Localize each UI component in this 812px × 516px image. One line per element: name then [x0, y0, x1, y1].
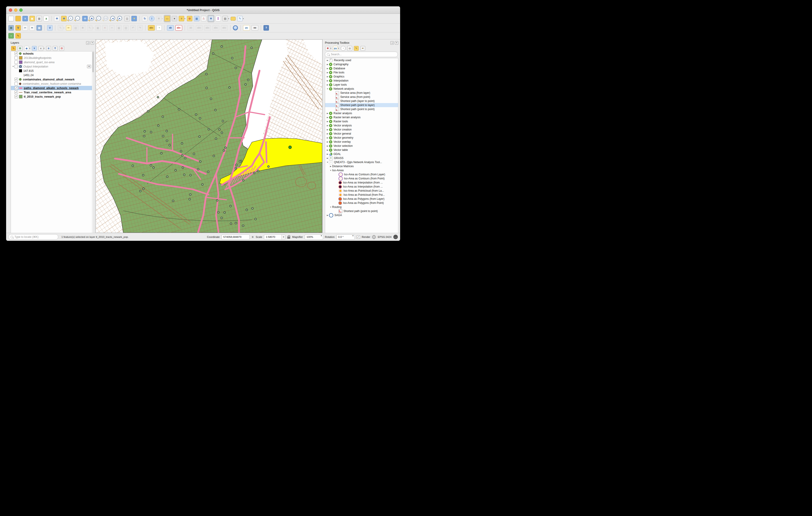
- layer-visibility-checkbox[interactable]: [14, 60, 18, 64]
- tree-expander-icon[interactable]: ▶: [326, 67, 329, 69]
- zoom-next-button[interactable]: ▶: [117, 15, 123, 22]
- processing-tree-item[interactable]: Iso-Area as Contours (from Layer): [325, 172, 398, 177]
- processing-tree-item[interactable]: Iso-Area as Pointcloud (from La...: [325, 189, 398, 193]
- rotation-spin-arrows[interactable]: ▲▼: [352, 235, 354, 237]
- processing-panel-close-button[interactable]: ✕: [395, 41, 398, 44]
- expand-all-button[interactable]: ⇊: [46, 45, 52, 52]
- move-label-diagram-button[interactable]: abc: [204, 25, 211, 31]
- add-group-button[interactable]: ⊞: [17, 45, 23, 52]
- processing-tree-item[interactable]: ▼Iso-Areas: [325, 168, 398, 172]
- processing-tree-item[interactable]: ▶Graphics: [325, 74, 398, 79]
- tree-expander-icon[interactable]: ▼: [329, 170, 332, 172]
- add-virtual-layer-button[interactable]: ▦: [36, 25, 42, 31]
- deselect-features-button[interactable]: ⊘: [186, 15, 193, 22]
- text-annotation-button[interactable]: ✎▾: [237, 15, 244, 22]
- crs-globe-icon[interactable]: [372, 235, 376, 239]
- run-feature-action-dropdown-icon[interactable]: ▾: [162, 18, 163, 20]
- vertex-tool-dropdown-icon[interactable]: ▾: [93, 27, 93, 29]
- tree-expander-icon[interactable]: ▶: [326, 80, 329, 82]
- layer-item[interactable]: ▼Output Interpolation▦: [11, 64, 94, 69]
- paste-features-button[interactable]: ▤: [123, 25, 129, 31]
- manage-map-themes-dropdown-icon[interactable]: ▾: [29, 47, 30, 50]
- new-spatial-bookmark-button[interactable]: ▼: [131, 15, 137, 22]
- layer-labeling-options-button[interactable]: abc: [147, 25, 155, 31]
- python-scripts-button[interactable]: py▾: [332, 45, 339, 52]
- tree-expander-icon[interactable]: ▶: [326, 214, 329, 216]
- tree-expander-icon[interactable]: ▶: [326, 59, 329, 61]
- python-scripts-dropdown-icon[interactable]: ▾: [338, 47, 339, 50]
- processing-tree-item[interactable]: ▶Distance Matrices: [325, 164, 398, 168]
- tree-expander-icon[interactable]: ▶: [326, 157, 329, 159]
- layer-visibility-checkbox[interactable]: [14, 82, 18, 85]
- processing-tree-item[interactable]: Shortest path (layer to point): [325, 99, 398, 103]
- zoom-last-button[interactable]: ◀: [110, 15, 116, 22]
- zoom-to-selection-button[interactable]: ▣: [89, 15, 95, 22]
- zoom-out-button[interactable]: −: [75, 15, 81, 22]
- processing-tree-item[interactable]: ▶Raster analysis: [325, 111, 398, 115]
- processing-tree-item[interactable]: ▶Vector general: [325, 131, 398, 136]
- new-project-button[interactable]: [8, 15, 14, 22]
- processing-tree-item[interactable]: ▶Raster tools: [325, 119, 398, 123]
- refresh-map-button[interactable]: ↻: [142, 15, 148, 22]
- processing-tree-item[interactable]: ▶Vector geometry: [325, 136, 398, 140]
- show-layout-manager-button[interactable]: ▦: [36, 15, 42, 22]
- modify-attributes-button[interactable]: ▣: [95, 25, 101, 31]
- tree-expander-icon[interactable]: ▶: [326, 133, 329, 135]
- processing-tree-item[interactable]: ▼Routing: [325, 205, 398, 209]
- current-edits-dropdown-icon[interactable]: ▾: [63, 27, 64, 29]
- processing-tree-item[interactable]: Iso-Area as Polygons (from Point): [325, 201, 398, 205]
- select-by-form-button[interactable]: ≡▾: [178, 15, 186, 22]
- processing-tree-item[interactable]: Service area (from point): [325, 95, 398, 99]
- tree-expander-icon[interactable]: ▶: [326, 129, 329, 131]
- redo-button[interactable]: ↷: [137, 25, 143, 31]
- tree-expander-icon[interactable]: ▶: [329, 165, 332, 168]
- tree-expander-icon[interactable]: ▶: [326, 84, 329, 86]
- layer-item[interactable]: contaminates_essex_hudson-union contamin…: [11, 82, 94, 86]
- processing-tree-item[interactable]: Iso-Area as Interpolation (from ...: [325, 185, 398, 189]
- select-features-dropdown-button[interactable]: ▾: [171, 15, 178, 22]
- history-button[interactable]: ◔: [340, 45, 346, 52]
- layer-visibility-checkbox[interactable]: [14, 65, 18, 68]
- processing-toolbox-toggle-button[interactable]: ✱: [207, 15, 214, 22]
- vertex-tool-button[interactable]: ✎▾: [87, 25, 94, 31]
- processing-tree-item[interactable]: ▶Vector selection: [325, 144, 398, 148]
- processing-tree-item[interactable]: ▶Vector creation: [325, 127, 398, 131]
- save-project-button[interactable]: ≡: [22, 15, 28, 22]
- zoom-full-button[interactable]: ✣: [82, 15, 88, 22]
- filter-legend-button[interactable]: ▼: [31, 45, 37, 52]
- tree-expander-icon[interactable]: ▶: [326, 112, 329, 114]
- layer-visibility-checkbox[interactable]: [14, 56, 18, 60]
- manage-map-themes-button[interactable]: ◉▾: [24, 45, 31, 52]
- processing-tree-item[interactable]: Iso-Area as Polygons (from Layer): [325, 197, 398, 201]
- processing-tree-item[interactable]: Service area (from layer): [325, 91, 398, 95]
- results-viewer-button[interactable]: ▤: [347, 45, 352, 52]
- processing-tree-item[interactable]: ▼∷QNEAT3 - Qgis Network Analysis Tool...: [325, 160, 398, 164]
- processing-tree-item[interactable]: ▶Vector analysis: [325, 123, 398, 127]
- show-hide-labels-button[interactable]: abc: [195, 25, 203, 31]
- tree-expander-icon[interactable]: ▶: [326, 125, 329, 127]
- select-features-button[interactable]: ▭: [164, 15, 171, 22]
- extents-icon[interactable]: ✳: [252, 235, 254, 239]
- layer-item[interactable]: 1451.24: [11, 73, 94, 77]
- change-label-properties-button[interactable]: abc: [221, 25, 228, 31]
- filter-by-expression-button[interactable]: ε▾: [38, 45, 45, 52]
- measure-tool-button[interactable]: ▤▾: [222, 15, 230, 22]
- coordinate-field[interactable]: 574058,684879: [222, 235, 250, 240]
- tree-expander-icon[interactable]: ▶: [326, 153, 329, 155]
- tree-expander-icon[interactable]: ▶: [326, 121, 329, 123]
- copy-features-button[interactable]: ▣: [116, 25, 122, 31]
- layer-item[interactable]: ✓Tran_road_centerline_newark_area: [11, 90, 94, 94]
- osm-map-edit-button[interactable]: ✎: [15, 32, 21, 39]
- new-print-layout-button[interactable]: ▣: [29, 15, 35, 22]
- processing-tree-item[interactable]: ▼Network analysis: [325, 87, 398, 91]
- statistical-summary-button[interactable]: ∴: [201, 15, 207, 22]
- layer-item[interactable]: 2013buildingfootprints: [11, 56, 94, 60]
- layer-visibility-checkbox[interactable]: ✓: [14, 95, 18, 98]
- processing-tree-item[interactable]: ▶SAGA: [325, 213, 398, 217]
- text-annotation-dropdown-icon[interactable]: ▾: [243, 18, 244, 20]
- measure-tool-dropdown-icon[interactable]: ▾: [228, 18, 229, 20]
- layer-item[interactable]: 147.815: [11, 69, 94, 73]
- tree-expander-icon[interactable]: ▶: [326, 149, 329, 151]
- add-delimited-text-layer-button[interactable]: ✂: [22, 25, 28, 31]
- layer-item[interactable]: ✓schools: [11, 52, 94, 56]
